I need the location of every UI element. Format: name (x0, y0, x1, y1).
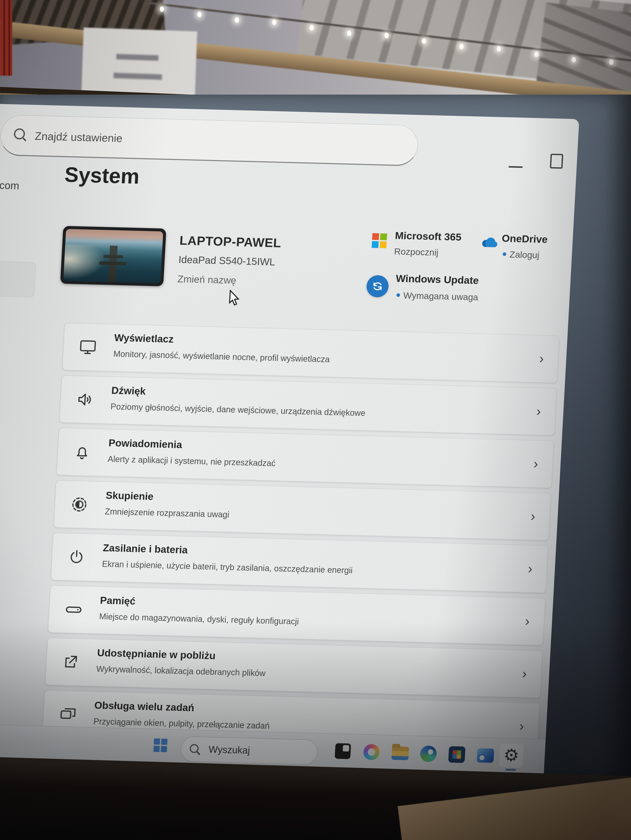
rename-device-link[interactable]: Zmień nazwę (177, 273, 236, 286)
settings-item-title: Zasilanie i bateria (103, 542, 188, 556)
chevron-right-icon: › (533, 456, 538, 471)
settings-list-item[interactable]: Udostępnianie w pobliżu Wykrywalność, lo… (45, 638, 542, 698)
device-model: IdeaPad S540-15IWL (178, 254, 275, 268)
settings-item-subtitle: Ekran i uśpienie, użycie baterii, tryb z… (102, 559, 353, 575)
onedrive-title: OneDrive (501, 232, 548, 245)
settings-item-title: Udostępnianie w pobliżu (97, 647, 216, 662)
windows-update-icon (366, 275, 389, 298)
settings-item-subtitle: Wykrywalność, lokalizacja odebranych pli… (96, 664, 266, 678)
minimize-icon[interactable] (509, 166, 522, 168)
settings-item-title: Powiadomienia (108, 437, 182, 450)
task-view-icon[interactable] (331, 739, 356, 767)
led-light (160, 6, 164, 12)
settings-list-item[interactable]: Skupienie Zmniejszenie rozpraszania uwag… (54, 480, 551, 540)
settings-item-subtitle: Zmniejszenie rozpraszania uwagi (104, 507, 229, 519)
chevron-right-icon: › (519, 718, 524, 734)
mouse-cursor (227, 289, 242, 309)
maximize-icon[interactable] (550, 154, 563, 169)
copilot-icon[interactable] (359, 740, 384, 767)
settings-item-subtitle: Poziomy głośności, wyjście, dane wejścio… (111, 402, 366, 418)
settings-item-title: Dźwięk (111, 384, 146, 397)
settings-list-item[interactable]: Zasilanie i bateria Ekran i uśpienie, uż… (51, 533, 548, 593)
sound-icon (76, 390, 95, 409)
onedrive-icon (480, 234, 500, 249)
taskbar-search-label: Wyszukaj (209, 744, 250, 756)
taskbar-search[interactable]: Wyszukaj (180, 736, 318, 765)
power-battery-icon (67, 548, 86, 566)
led-light (459, 44, 463, 49)
start-button[interactable] (153, 739, 168, 752)
onedrive-action[interactable]: Zaloguj (503, 249, 540, 261)
status-bullet (503, 252, 506, 256)
settings-item-title: Skupienie (105, 489, 154, 502)
settings-list-item[interactable]: Powiadomienia Alerty z aplikacji i syste… (56, 428, 554, 488)
notifications-icon (73, 443, 92, 461)
windows-update-action[interactable]: Wymagana uwaga (396, 290, 478, 303)
photos-icon[interactable] (473, 743, 497, 771)
nearby-share-icon (61, 653, 81, 671)
microsoft-365-icon (372, 233, 387, 248)
settings-item-subtitle: Miejsce do magazynowania, dyski, reguły … (99, 612, 299, 627)
photo-of-laptop: System LAPTOP-PAWEL IdeaPad S540-15IWL Z… (0, 0, 631, 840)
device-thumbnail (60, 226, 166, 286)
red-striped-object (0, 0, 12, 76)
store-icon[interactable] (444, 742, 469, 770)
led-light (609, 59, 613, 65)
led-light (272, 19, 277, 25)
page-title: System (64, 163, 140, 189)
settings-list-item[interactable]: Pamięć Miejsce do magazynowania, dyski, … (48, 585, 546, 646)
chevron-right-icon: › (528, 561, 533, 576)
settings-item-title: Obsługa wielu zadań (94, 699, 195, 714)
windows-update-title: Windows Update (395, 272, 479, 286)
chevron-right-icon: › (522, 666, 527, 681)
device-name: LAPTOP-PAWEL (179, 233, 281, 250)
led-light (534, 52, 538, 57)
settings-item-subtitle: Monitory, jasność, wyświetlanie nocne, p… (113, 349, 330, 364)
settings-search-box[interactable] (0, 115, 419, 166)
status-bullet (396, 293, 400, 297)
led-light (497, 46, 501, 52)
microsoft-365-action[interactable]: Rozpocznij (394, 246, 439, 258)
led-light (384, 33, 389, 38)
laptop-screen: System LAPTOP-PAWEL IdeaPad S540-15IWL Z… (0, 95, 631, 786)
settings-item-subtitle: Alerty z aplikacji i systemu, nie przesz… (108, 454, 276, 468)
led-light (197, 12, 201, 17)
led-light (347, 30, 351, 36)
led-light (422, 38, 426, 44)
settings-list-item[interactable]: Dźwięk Poziomy głośności, wyjście, dane … (59, 375, 557, 436)
chevron-right-icon: › (525, 613, 530, 629)
settings-window: System LAPTOP-PAWEL IdeaPad S540-15IWL Z… (0, 104, 579, 786)
sidebar-selected-item[interactable] (0, 261, 36, 297)
active-app-indicator (505, 769, 516, 771)
search-icon (190, 744, 199, 753)
multitasking-icon (59, 705, 77, 724)
display-icon (79, 338, 98, 356)
chevron-right-icon: › (536, 403, 541, 419)
account-email-fragment: ail.com (0, 179, 19, 192)
search-input[interactable] (34, 122, 394, 159)
chevron-right-icon: › (539, 351, 544, 366)
search-icon (14, 128, 25, 139)
settings-item-title: Wyświetlacz (114, 332, 174, 345)
microsoft-365-title: Microsoft 365 (395, 229, 462, 243)
focus-icon (70, 495, 89, 514)
led-light (572, 57, 576, 62)
settings-item-title: Pamięć (100, 594, 136, 607)
led-light (235, 17, 239, 23)
settings-icon[interactable]: ⚙ (499, 744, 524, 771)
chevron-right-icon: › (530, 508, 536, 524)
settings-list-item[interactable]: Wyświetlacz Monitory, jasność, wyświetla… (62, 323, 560, 383)
storage-icon (64, 600, 83, 619)
edge-icon[interactable] (416, 741, 441, 769)
led-light (310, 25, 314, 30)
explorer-icon[interactable] (387, 741, 412, 768)
